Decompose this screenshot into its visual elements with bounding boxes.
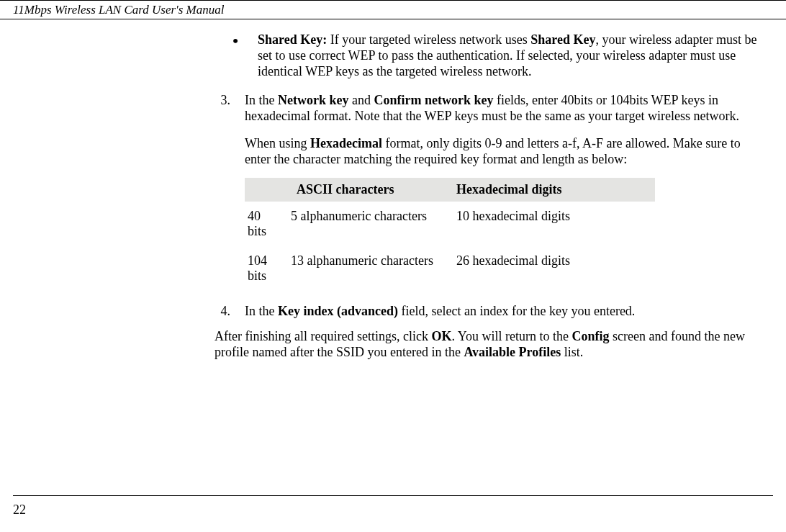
s4-post: field, select an index for the key you e… [398, 304, 635, 318]
table-row: 40 bits 5 alphanumeric characters 10 hex… [245, 202, 655, 246]
after-b3: Available Profiles [464, 345, 561, 359]
after-b1: OK [431, 329, 451, 343]
step-3-text: In the Network key and Confirm network k… [230, 93, 764, 125]
table-header-row: ASCII characters Hexadecimal digits [245, 178, 655, 202]
s3-mid: and [348, 93, 374, 107]
bullet-shared-key: • Shared Key: If your targeted wireless … [223, 32, 764, 80]
after-pre: After finishing all required settings, c… [214, 329, 431, 343]
table-row: 104 bits 13 alphanumeric characters 26 h… [245, 246, 655, 291]
bullet-t1: If your targeted wireless network uses [327, 32, 530, 47]
cell-10hex: 10 hexadecimal digits [453, 202, 655, 246]
s4-pre: In the [245, 304, 278, 318]
cell-40bits: 40 bits [245, 202, 288, 246]
after-paragraph: After finishing all required settings, c… [214, 328, 764, 361]
bullet-label: Shared Key: [258, 32, 327, 47]
hex-pre: When using [245, 136, 310, 150]
bullet-marker: • [223, 32, 248, 80]
step-4: 4. In the Key index (advanced) field, se… [209, 304, 764, 320]
bullet-b1: Shared Key [530, 32, 595, 47]
s4-b: Key index (advanced) [278, 304, 398, 318]
after-b2: Config [572, 329, 609, 343]
after-post: list. [561, 345, 583, 359]
cell-104bits: 104 bits [245, 246, 288, 291]
page-content: • Shared Key: If your targeted wireless … [0, 19, 786, 361]
page-header: 11Mbps Wireless LAN Card User's Manual [0, 0, 786, 19]
bullet-text: Shared Key: If your targeted wireless ne… [248, 32, 764, 80]
step-4-text: In the Key index (advanced) field, selec… [230, 304, 764, 320]
step-4-num: 4. [209, 304, 230, 320]
s3-b1: Network key [278, 93, 348, 107]
cell-13alpha: 13 alphanumeric characters [288, 246, 453, 291]
step-3-num: 3. [209, 93, 230, 125]
th-hex: Hexadecimal digits [453, 178, 655, 202]
after-mid: . You will return to the [451, 329, 572, 343]
hex-paragraph: When using Hexadecimal format, only digi… [245, 136, 764, 168]
key-format-table: ASCII characters Hexadecimal digits 40 b… [245, 178, 655, 291]
top-border [0, 0, 786, 1]
header-title: 11Mbps Wireless LAN Card User's Manual [13, 3, 224, 17]
s3-b2: Confirm network key [374, 93, 493, 107]
s3-pre: In the [245, 93, 278, 107]
bottom-border [13, 495, 773, 496]
page-number: 22 [13, 502, 26, 518]
cell-5alpha: 5 alphanumeric characters [288, 202, 453, 246]
th-ascii: ASCII characters [245, 178, 453, 202]
hex-b: Hexadecimal [310, 136, 382, 150]
cell-26hex: 26 hexadecimal digits [453, 246, 655, 291]
step-3: 3. In the Network key and Confirm networ… [209, 93, 764, 125]
